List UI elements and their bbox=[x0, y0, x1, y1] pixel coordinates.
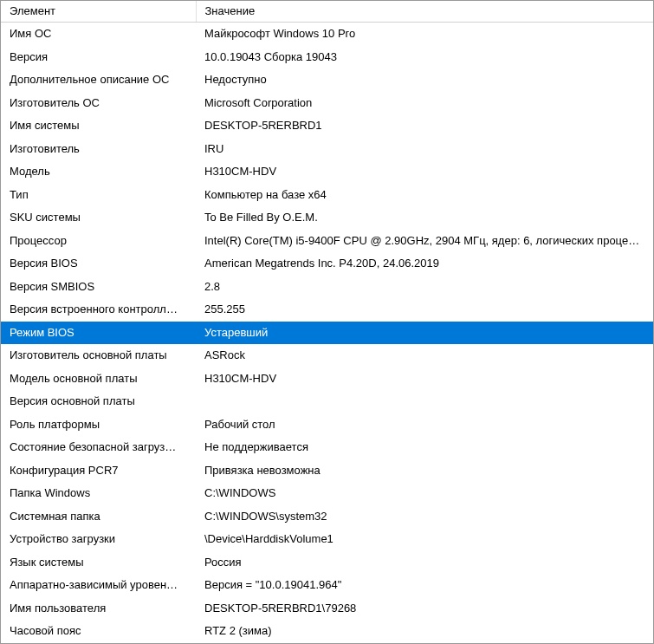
property-name: Имя ОС bbox=[1, 23, 196, 46]
property-name: Аппаратно-зависимый уровен… bbox=[1, 574, 196, 597]
property-name: Папка Windows bbox=[1, 482, 196, 505]
property-value: Intel(R) Core(TM) i5-9400F CPU @ 2.90GHz… bbox=[196, 230, 653, 253]
property-name: Процессор bbox=[1, 230, 196, 253]
property-value: 10.0.19043 Сборка 19043 bbox=[196, 46, 653, 69]
table-row[interactable]: ИзготовительIRU bbox=[1, 138, 653, 161]
table-row[interactable]: Версия SMBIOS2.8 bbox=[1, 276, 653, 299]
property-name: SKU системы bbox=[1, 206, 196, 230]
property-name: Устройство загрузки bbox=[1, 528, 196, 551]
property-value: American Megatrends Inc. P4.20D, 24.06.2… bbox=[196, 252, 653, 276]
property-value bbox=[196, 390, 653, 413]
table-row[interactable]: Режим BIOSУстаревший bbox=[1, 322, 653, 345]
property-value: Привязка невозможна bbox=[196, 459, 653, 483]
property-value: DESKTOP-5RERBRD1 bbox=[196, 114, 653, 138]
table-row[interactable]: Системная папкаC:\WINDOWS\system32 bbox=[1, 505, 653, 529]
property-name: Модель основной платы bbox=[1, 368, 196, 391]
table-row[interactable]: ТипКомпьютер на базе x64 bbox=[1, 184, 653, 207]
property-value: \Device\HarddiskVolume1 bbox=[196, 528, 653, 551]
property-value: Компьютер на базе x64 bbox=[196, 184, 653, 207]
property-name: Версия BIOS bbox=[1, 252, 196, 276]
table-row[interactable]: Имя пользователяDESKTOP-5RERBRD1\79268 bbox=[1, 597, 653, 621]
table-row[interactable]: Имя системыDESKTOP-5RERBRD1 bbox=[1, 114, 653, 138]
table-row[interactable]: Имя ОСМайкрософт Windows 10 Pro bbox=[1, 23, 653, 46]
property-value: Рабочий стол bbox=[196, 413, 653, 437]
property-value: H310CM-HDV bbox=[196, 368, 653, 391]
table-row[interactable]: Версия встроенного контролл…255.255 bbox=[1, 298, 653, 322]
property-value: C:\WINDOWS bbox=[196, 482, 653, 505]
property-name: Системная папка bbox=[1, 505, 196, 529]
property-value: ASRock bbox=[196, 344, 653, 368]
table-row[interactable]: Конфигурация PCR7Привязка невозможна bbox=[1, 459, 653, 483]
property-name: Версия SMBIOS bbox=[1, 276, 196, 299]
property-value: IRU bbox=[196, 138, 653, 161]
system-info-table: Элемент Значение Имя ОСМайкрософт Window… bbox=[1, 1, 653, 644]
property-name: Роль платформы bbox=[1, 413, 196, 437]
property-value: Версия = "10.0.19041.964" bbox=[196, 574, 653, 597]
table-header-row: Элемент Значение bbox=[1, 1, 653, 23]
property-value: 255.255 bbox=[196, 298, 653, 322]
table-row[interactable]: ПроцессорIntel(R) Core(TM) i5-9400F CPU … bbox=[1, 230, 653, 253]
property-value: Устаревший bbox=[196, 322, 653, 345]
property-value: Россия bbox=[196, 551, 653, 575]
property-value: DESKTOP-5RERBRD1\79268 bbox=[196, 597, 653, 621]
column-header-element[interactable]: Элемент bbox=[1, 1, 196, 23]
table-row[interactable]: Дополнительное описание ОСНедоступно bbox=[1, 68, 653, 92]
property-name: Часовой пояс bbox=[1, 620, 196, 643]
table-row[interactable]: Изготовитель ОСMicrosoft Corporation bbox=[1, 92, 653, 115]
table-row[interactable]: Папка WindowsC:\WINDOWS bbox=[1, 482, 653, 505]
property-name: Конфигурация PCR7 bbox=[1, 459, 196, 483]
property-name: Версия bbox=[1, 46, 196, 69]
property-name: Версия основной платы bbox=[1, 390, 196, 413]
property-value: RTZ 2 (зима) bbox=[196, 620, 653, 643]
property-value: C:\WINDOWS\system32 bbox=[196, 505, 653, 529]
property-name: Режим BIOS bbox=[1, 322, 196, 345]
table-row[interactable]: Роль платформыРабочий стол bbox=[1, 413, 653, 437]
table-row[interactable]: Часовой поясRTZ 2 (зима) bbox=[1, 620, 653, 643]
table-row[interactable]: Модель основной платыH310CM-HDV bbox=[1, 368, 653, 391]
property-value: H310CM-HDV bbox=[196, 160, 653, 184]
table-row[interactable]: Изготовитель основной платыASRock bbox=[1, 344, 653, 368]
property-value: To Be Filled By O.E.M. bbox=[196, 206, 653, 230]
property-name: Модель bbox=[1, 160, 196, 184]
property-value: Не поддерживается bbox=[196, 436, 653, 459]
property-value: 2.8 bbox=[196, 276, 653, 299]
column-header-value[interactable]: Значение bbox=[196, 1, 653, 23]
property-name: Изготовитель ОС bbox=[1, 92, 196, 115]
table-row[interactable]: Язык системыРоссия bbox=[1, 551, 653, 575]
table-row[interactable]: Состояние безопасной загруз…Не поддержив… bbox=[1, 436, 653, 459]
table-row[interactable]: Устройство загрузки\Device\HarddiskVolum… bbox=[1, 528, 653, 551]
property-name: Тип bbox=[1, 184, 196, 207]
property-value: Microsoft Corporation bbox=[196, 92, 653, 115]
property-name: Изготовитель основной платы bbox=[1, 344, 196, 368]
property-name: Изготовитель bbox=[1, 138, 196, 161]
property-name: Имя системы bbox=[1, 114, 196, 138]
property-name: Состояние безопасной загруз… bbox=[1, 436, 196, 459]
table-row[interactable]: МодельH310CM-HDV bbox=[1, 160, 653, 184]
property-name: Версия встроенного контролл… bbox=[1, 298, 196, 322]
table-row[interactable]: SKU системыTo Be Filled By O.E.M. bbox=[1, 206, 653, 230]
property-value: Майкрософт Windows 10 Pro bbox=[196, 23, 653, 46]
table-row[interactable]: Версия BIOSAmerican Megatrends Inc. P4.2… bbox=[1, 252, 653, 276]
table-row[interactable]: Аппаратно-зависимый уровен…Версия = "10.… bbox=[1, 574, 653, 597]
property-value: Недоступно bbox=[196, 68, 653, 92]
property-name: Имя пользователя bbox=[1, 597, 196, 621]
property-name: Язык системы bbox=[1, 551, 196, 575]
table-row[interactable]: Версия основной платы bbox=[1, 390, 653, 413]
property-name: Дополнительное описание ОС bbox=[1, 68, 196, 92]
table-row[interactable]: Версия10.0.19043 Сборка 19043 bbox=[1, 46, 653, 69]
